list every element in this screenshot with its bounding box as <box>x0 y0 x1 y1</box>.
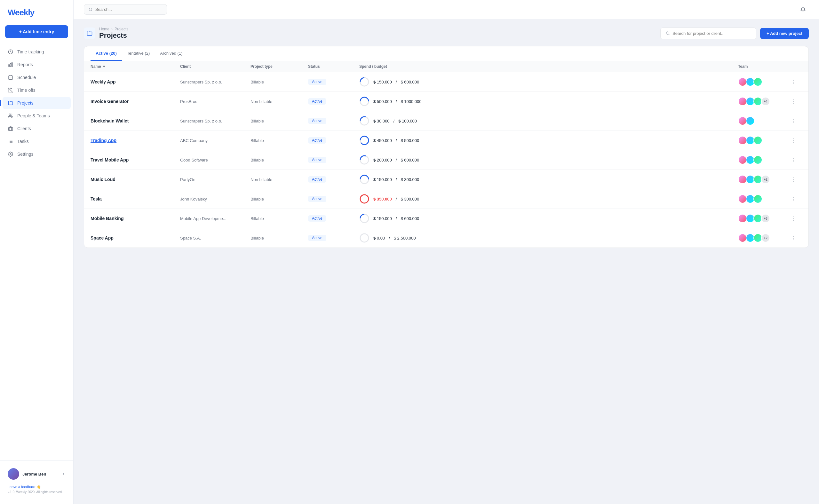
nav-label-reports: Reports <box>17 62 33 67</box>
sidebar-item-reports[interactable]: Reports <box>3 59 71 71</box>
status-badge: Active <box>308 98 326 105</box>
project-status: Active <box>308 176 359 183</box>
row-more-button[interactable]: ⋮ <box>789 136 798 145</box>
page-folder-icon <box>84 28 95 39</box>
project-spend-budget: $ 150.000 / $ 300.000 <box>359 174 738 185</box>
project-name: Mobile Banking <box>91 216 180 221</box>
chevron-right-icon <box>61 472 66 476</box>
project-client: John Kovalsky <box>180 197 250 201</box>
budget-separator: / <box>396 216 397 221</box>
status-badge: Active <box>308 196 326 202</box>
status-badge: Active <box>308 79 326 85</box>
sidebar-item-time-offs[interactable]: Time offs <box>3 84 71 96</box>
project-name: Tesla <box>91 196 180 201</box>
nav-label-clients: Clients <box>17 126 31 131</box>
table-row: Blockchain Wallet Sunscrapers Sp. z o.o.… <box>84 111 808 131</box>
sidebar-item-tasks[interactable]: Tasks <box>3 135 71 147</box>
row-more-button[interactable]: ⋮ <box>789 194 798 203</box>
tab-archived[interactable]: Archived (1) <box>155 46 187 61</box>
user-profile-row[interactable]: Jerome Bell <box>5 466 68 482</box>
budget-separator: / <box>389 236 390 240</box>
project-search[interactable] <box>660 28 756 39</box>
sort-arrow-icon: ▼ <box>102 65 106 68</box>
sidebar-item-people-teams[interactable]: People & Teams <box>3 110 71 122</box>
project-client: Good Software <box>180 158 250 162</box>
project-type: Billable <box>250 80 308 84</box>
project-type: Non billable <box>250 177 308 182</box>
sidebar-bottom: Jerome Bell Leave a feedback 👋 v.1.0, We… <box>0 460 73 499</box>
table-header: Name ▼ Client Project type Status Spend … <box>84 61 808 72</box>
row-more-button[interactable]: ⋮ <box>789 77 798 86</box>
status-badge: Active <box>308 137 326 144</box>
feedback-link[interactable]: Leave a feedback 👋 <box>5 485 68 489</box>
status-badge: Active <box>308 118 326 124</box>
avatar-extra: +2 <box>761 233 770 242</box>
folder-icon <box>8 100 13 106</box>
progress-circle <box>359 135 369 146</box>
budget-separator: / <box>393 119 395 123</box>
nav-label-projects: Projects <box>17 100 34 106</box>
project-name: Travel Mobile App <box>91 157 180 162</box>
progress-circle <box>359 174 369 185</box>
add-new-project-button[interactable]: + Add new project <box>760 28 809 39</box>
tab-active[interactable]: Active (20) <box>91 46 122 61</box>
svg-point-20 <box>666 32 669 35</box>
row-more-button[interactable]: ⋮ <box>789 97 798 106</box>
project-client: Space S.A. <box>180 236 250 240</box>
svg-line-21 <box>669 34 669 35</box>
svg-rect-3 <box>12 63 12 67</box>
nav-label-time-offs: Time offs <box>17 88 35 93</box>
th-actions <box>789 64 802 69</box>
table-row: Space App Space S.A. Billable Active $ 0… <box>84 228 808 248</box>
progress-circle <box>359 233 369 243</box>
th-project-type: Project type <box>250 64 308 69</box>
project-type: Billable <box>250 236 308 240</box>
project-search-input[interactable] <box>673 31 751 36</box>
row-more-button[interactable]: ⋮ <box>789 233 798 242</box>
avatar-extra: +4 <box>761 97 770 106</box>
project-client: ABC Company <box>180 138 250 143</box>
sidebar-item-projects[interactable]: Projects <box>3 97 71 109</box>
project-spend-budget: $ 150.000 / $ 600.000 <box>359 77 738 87</box>
search-input[interactable] <box>95 7 162 12</box>
tab-tentative[interactable]: Tentative (2) <box>122 46 155 61</box>
budget-separator: / <box>396 80 397 84</box>
projects-tabs: Active (20) Tentative (2) Archived (1) <box>84 46 808 61</box>
project-type: Billable <box>250 197 308 201</box>
user-name: Jerome Bell <box>22 472 58 476</box>
svg-point-38 <box>360 234 368 242</box>
svg-point-9 <box>9 114 11 115</box>
budget-amount: $ 300.000 <box>400 177 419 182</box>
sidebar-item-clients[interactable]: Clients <box>3 122 71 135</box>
project-spend-budget: $ 0.00 / $ 2.500.000 <box>359 233 738 243</box>
row-more-button[interactable]: ⋮ <box>789 155 798 164</box>
add-time-entry-button[interactable]: + Add time entry <box>5 25 68 38</box>
table-row: Invoice Generator ProsBros Non billable … <box>84 92 808 111</box>
progress-circle <box>359 155 369 165</box>
notification-bell[interactable] <box>797 4 809 15</box>
svg-point-35 <box>360 195 368 203</box>
list-icon <box>8 138 13 144</box>
project-client: PartyOn <box>180 177 250 182</box>
row-more-button[interactable]: ⋮ <box>789 214 798 223</box>
status-badge: Active <box>308 157 326 163</box>
table-row: Music Loud PartyOn Non billable Active $… <box>84 170 808 189</box>
team-avatars <box>738 194 789 203</box>
row-more-button[interactable]: ⋮ <box>789 116 798 125</box>
sidebar-item-time-tracking[interactable]: Time tracking <box>3 46 71 58</box>
sidebar-item-settings[interactable]: Settings <box>3 148 71 160</box>
sidebar-item-schedule[interactable]: Schedule <box>3 71 71 83</box>
global-search[interactable] <box>84 4 167 15</box>
breadcrumb-current: Projects <box>114 27 128 31</box>
th-name[interactable]: Name ▼ <box>91 64 180 69</box>
project-name[interactable]: Trading App <box>91 138 180 143</box>
team-avatars <box>738 77 789 86</box>
budget-separator: / <box>396 158 397 162</box>
progress-circle <box>359 96 369 106</box>
spend-amount: $ 0.00 <box>373 236 385 240</box>
breadcrumb: Home › Projects <box>99 27 128 31</box>
svg-line-19 <box>91 10 92 11</box>
row-more-button[interactable]: ⋮ <box>789 175 798 184</box>
table-row: Travel Mobile App Good Software Billable… <box>84 150 808 170</box>
project-type: Billable <box>250 158 308 162</box>
